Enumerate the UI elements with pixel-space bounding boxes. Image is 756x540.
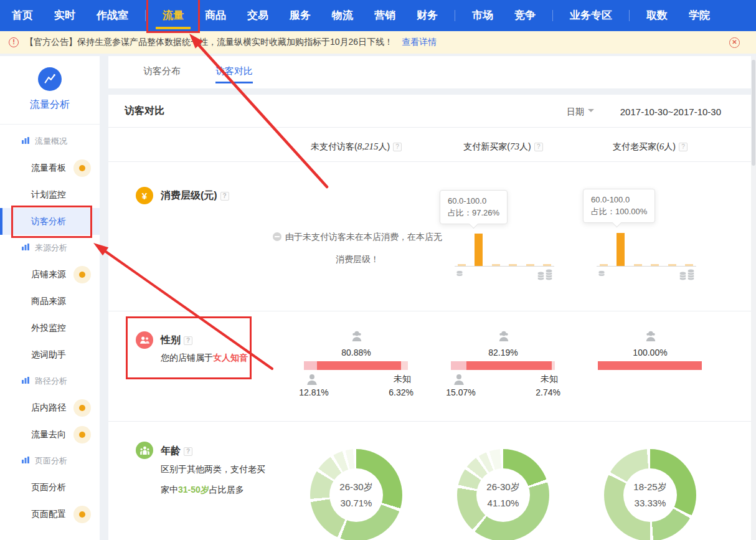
gender-stacked-bar[interactable] — [598, 361, 702, 370]
gender-section-title: 性别? — [161, 334, 192, 347]
scrollbar-thumb[interactable] — [752, 60, 755, 166]
female-bar-segment — [466, 361, 552, 370]
sidebar-item-label: 外投监控 — [31, 323, 66, 334]
sidebar-group-label: 路径分析 — [35, 376, 67, 387]
close-icon[interactable]: ✕ — [729, 37, 740, 48]
category-icon — [21, 456, 35, 466]
age-chart-column: 26-30岁41.10% — [430, 422, 577, 540]
bar-segment[interactable] — [526, 264, 534, 266]
sidebar-item-页面分析[interactable]: 页面分析 — [0, 474, 100, 501]
nav-item-实时[interactable]: 实时 — [44, 0, 86, 31]
coin-icon-high — [679, 268, 695, 283]
bars — [455, 227, 554, 267]
gender-chart-column: 100.00% — [577, 311, 724, 422]
bar-segment[interactable] — [458, 264, 466, 266]
sidebar-item-label: 流量看板 — [31, 163, 66, 174]
bar-segment[interactable] — [475, 234, 483, 266]
donut-center-label: 26-30岁41.10% — [476, 468, 530, 522]
help-icon[interactable]: ? — [393, 143, 402, 151]
tooltip-share: 占比：97.26% — [448, 207, 499, 219]
sidebar-group-label: 流量概况 — [35, 136, 67, 147]
unknown-percent: 2.74% — [536, 387, 560, 397]
gender-stacked-bar[interactable] — [451, 361, 555, 370]
unknown-bar-segment — [552, 361, 555, 370]
date-range-value: 2017-10-30~2017-10-30 — [620, 107, 721, 117]
age-donut-chart[interactable]: 18-25岁33.33% — [604, 449, 696, 540]
donut-top-age-range: 18-25岁 — [633, 479, 666, 495]
announcement-bar: ! 【官方公告】保持生意参谋产品整体数据统一性，流量纵横实时收藏加购指标于10月… — [0, 31, 756, 54]
female-percent: 100.00% — [577, 348, 724, 358]
scrollbar[interactable] — [751, 56, 756, 540]
nav-item-学院[interactable]: 学院 — [678, 0, 721, 31]
help-icon[interactable]: ? — [534, 143, 543, 151]
nav-item-label: 实时 — [54, 9, 75, 21]
sidebar-item-商品来源[interactable]: 商品来源 — [0, 288, 100, 315]
help-icon[interactable]: ? — [220, 192, 229, 201]
nav-item-label: 作战室 — [97, 9, 128, 21]
bar-segment[interactable] — [634, 264, 642, 266]
nav-item-作战室[interactable]: 作战室 — [86, 0, 139, 31]
notification-dot — [73, 506, 91, 523]
sidebar-item-流量看板[interactable]: 流量看板 — [0, 154, 100, 181]
tooltip-share: 占比：100.00% — [591, 206, 647, 217]
nav-item-财务[interactable]: 财务 — [406, 0, 448, 31]
dot-icon — [79, 511, 85, 518]
bar-segment[interactable] — [668, 264, 676, 266]
nav-item-首页[interactable]: 首页 — [1, 0, 44, 31]
male-percent: 15.07% — [436, 387, 486, 397]
nav-item-取数[interactable]: 取数 — [636, 0, 678, 31]
segment-header-未支付访客: 未支付访客(8,215人)? — [283, 128, 430, 161]
nav-item-label: 首页 — [12, 9, 33, 21]
sidebar-item-流量去向[interactable]: 流量去向 — [0, 421, 100, 448]
sidebar-item-访客分析[interactable]: 访客分析 — [0, 208, 100, 235]
help-icon[interactable]: ? — [679, 143, 687, 151]
sidebar-item-选词助手[interactable]: 选词助手 — [0, 341, 100, 368]
sidebar-item-计划监控[interactable]: 计划监控 — [0, 181, 100, 208]
age-donut-chart[interactable]: 26-30岁41.10% — [457, 449, 549, 540]
date-filter-dropdown[interactable]: 日期 — [567, 107, 594, 118]
tab-访客分布[interactable]: 访客分布 — [143, 56, 181, 88]
nav-divider — [455, 10, 455, 21]
category-icon — [21, 243, 35, 253]
age-donut-chart[interactable]: 26-30岁30.71% — [310, 449, 402, 540]
bar-segment[interactable] — [617, 233, 625, 266]
bar-segment[interactable] — [651, 264, 659, 266]
nav-item-label: 学院 — [689, 9, 710, 21]
announcement-detail-link[interactable]: 查看详情 — [402, 37, 437, 48]
unknown-bar-segment — [401, 361, 408, 370]
gender-stacked-bar[interactable] — [304, 361, 408, 370]
segment-header-支付新买家: 支付新买家(73人)? — [430, 128, 577, 161]
dot-icon — [79, 272, 85, 278]
nav-item-流量[interactable]: 流量 — [152, 0, 194, 31]
sidebar-item-店内路径[interactable]: 店内路径 — [0, 394, 100, 421]
nav-item-label: 财务 — [417, 9, 438, 21]
nav-item-物流[interactable]: 物流 — [321, 0, 364, 31]
tab-访客对比[interactable]: 访客对比 — [215, 56, 253, 88]
minus-circle-icon — [273, 232, 281, 241]
sidebar-item-店铺来源[interactable]: 店铺来源 — [0, 261, 100, 288]
unknown-percent: 6.32% — [389, 387, 413, 397]
nav-item-商品[interactable]: 商品 — [194, 0, 237, 31]
nav-item-业务专区[interactable]: 业务专区 — [559, 0, 623, 31]
help-icon[interactable]: ? — [184, 336, 192, 345]
sidebar-item-页面配置[interactable]: 页面配置 — [0, 501, 100, 528]
nav-item-服务[interactable]: 服务 — [279, 0, 321, 31]
gender-section-desc: 您的店铺属于女人知音 — [161, 348, 298, 368]
donut-top-age-percent: 41.10% — [488, 495, 519, 511]
dot-icon — [79, 165, 85, 171]
page-title: 访客对比 — [125, 105, 164, 118]
notification-dot — [73, 399, 91, 417]
bar-segment[interactable] — [543, 264, 551, 266]
help-icon[interactable]: ? — [184, 447, 192, 456]
sidebar-group-label: 来源分析 — [35, 242, 67, 253]
bar-segment[interactable] — [492, 264, 500, 266]
bar-segment[interactable] — [685, 264, 693, 266]
sidebar-item-外投监控[interactable]: 外投监控 — [0, 315, 100, 341]
bar-segment[interactable] — [509, 264, 517, 266]
nav-item-交易[interactable]: 交易 — [237, 0, 279, 31]
nav-item-营销[interactable]: 营销 — [364, 0, 406, 31]
nav-item-竞争[interactable]: 竞争 — [504, 0, 546, 31]
gender-chart-column: 80.88%12.81%未知6.32% — [283, 311, 430, 422]
bar-segment[interactable] — [600, 264, 608, 266]
nav-item-市场[interactable]: 市场 — [461, 0, 504, 31]
